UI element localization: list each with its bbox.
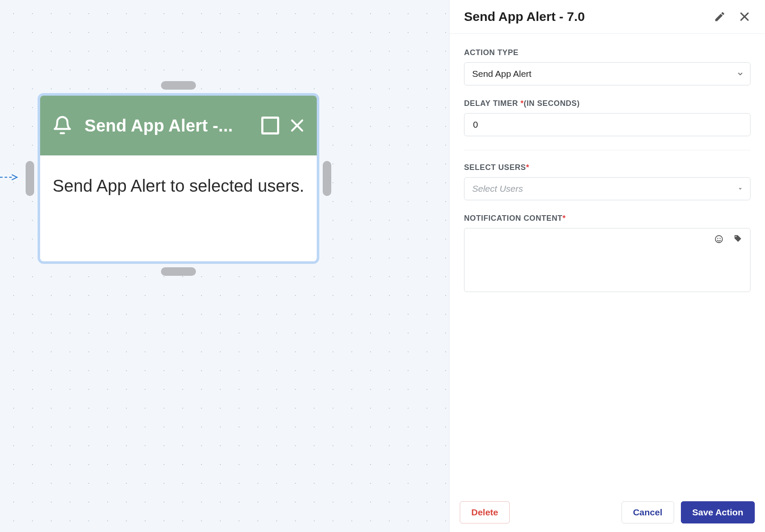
node-header: Send App Alert -... (40, 96, 317, 155)
resize-handle-right[interactable] (323, 161, 331, 196)
svg-point-8 (736, 236, 737, 237)
resize-handle-bottom[interactable] (161, 267, 196, 276)
caret-down-icon (736, 185, 744, 193)
resize-handle-left[interactable] (26, 161, 34, 196)
panel-title: Send App Alert - 7.0 (464, 9, 714, 24)
close-panel-icon[interactable] (739, 11, 750, 23)
action-type-label: ACTION TYPE (464, 48, 750, 57)
node-send-app-alert[interactable]: Send App Alert -... Send App Alert to se… (38, 93, 319, 264)
svg-point-7 (720, 238, 721, 239)
panel-header: Send App Alert - 7.0 (450, 0, 765, 34)
select-users-dropdown[interactable]: Select Users (464, 177, 750, 200)
workflow-canvas[interactable]: Send App Alert -... Send App Alert to se… (0, 0, 449, 532)
chevron-down-icon (736, 70, 744, 78)
edit-icon[interactable] (714, 11, 726, 23)
properties-panel: Send App Alert - 7.0 ACTION TYPE Send Ap… (449, 0, 765, 532)
divider (464, 150, 750, 150)
action-type-value: Send App Alert (472, 69, 742, 79)
delay-timer-input[interactable] (472, 114, 742, 136)
node-description: Send App Alert to selected users. (40, 155, 317, 213)
save-action-button[interactable]: Save Action (681, 501, 755, 523)
delete-button[interactable]: Delete (460, 501, 510, 523)
delay-timer-label: DELAY TIMER *(IN SECONDS) (464, 99, 750, 108)
connector-arrow-in (0, 173, 20, 184)
resize-handle-top[interactable] (161, 81, 196, 90)
notification-content-label: NOTIFICATION CONTENT* (464, 214, 750, 223)
panel-footer: Delete Cancel Save Action (450, 494, 765, 532)
select-users-label: SELECT USERS* (464, 163, 750, 172)
emoji-icon[interactable] (714, 234, 724, 244)
notification-content-editor[interactable] (464, 228, 750, 292)
tag-icon[interactable] (733, 234, 742, 244)
bell-icon (52, 115, 73, 136)
close-icon[interactable] (289, 118, 305, 133)
cancel-button[interactable]: Cancel (622, 501, 674, 523)
maximize-icon[interactable] (261, 117, 279, 134)
delay-timer-input-wrapper (464, 113, 750, 136)
select-users-placeholder: Select Users (472, 184, 742, 194)
node-title: Send App Alert -... (85, 116, 249, 135)
svg-point-6 (717, 238, 718, 239)
svg-point-5 (715, 236, 723, 243)
action-type-select[interactable]: Send App Alert (464, 62, 750, 85)
